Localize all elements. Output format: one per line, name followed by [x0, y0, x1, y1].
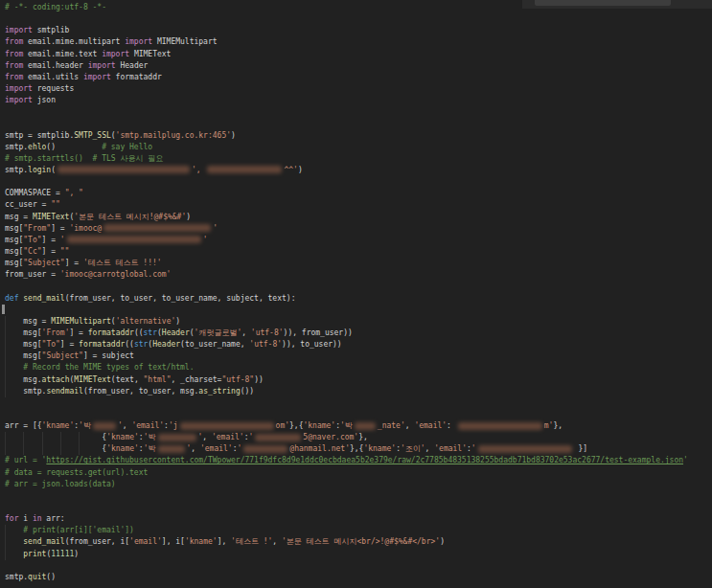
code-line: smtp.quit(): [5, 572, 712, 583]
code-line: msg = MIMEText('본문 테스트 메시지!@#$%&#'): [5, 212, 712, 223]
redacted-text: [243, 445, 287, 453]
code-line: [5, 13, 712, 25]
code-line: COMMASPACE = ", ": [5, 188, 712, 199]
code-token: '박: [79, 421, 91, 430]
code-token: # say Hello: [102, 143, 152, 151]
redacted-text: [67, 236, 201, 243]
code-token: ],: [218, 537, 231, 546]
code-line: # url = 'https://gist.githubusercontent.…: [5, 455, 712, 466]
code-line: # arr = json.loads(data): [5, 479, 712, 490]
code-line: msg["From"] = 'imooc@': [5, 223, 712, 235]
code-token: MIMEMultipart: [51, 317, 111, 326]
code-token: # smtp.starttls() # TLS 사용시 필요: [5, 154, 163, 163]
code-token: # print(arr[i]['email']): [23, 526, 134, 534]
code-token: ,: [405, 421, 415, 430]
code-token: ((: [125, 340, 134, 349]
code-token: ], i[: [162, 537, 185, 546]
code-token: from: [5, 50, 23, 58]
code-line: import json: [5, 95, 712, 106]
code-token: ,: [191, 444, 200, 453]
code-line: [5, 281, 712, 292]
code-token: from_user =: [5, 270, 60, 279]
code-line: from email.mime.multipart import MIMEMul…: [5, 36, 712, 48]
code-token: in: [33, 514, 42, 523]
code-token: 'email': [200, 444, 233, 453]
redacted-text: [255, 434, 301, 441]
indent-guide: [5, 351, 23, 362]
code-token: 'alternative': [116, 317, 176, 326]
code-line: # print(arr[i]['email']): [5, 525, 712, 536]
code-line: [5, 397, 712, 409]
code-token: (): [46, 143, 102, 151]
code-token: 'kname': [106, 433, 139, 441]
indent-guide: [5, 374, 23, 386]
redacted-text: [158, 445, 185, 453]
code-editor-surface[interactable]: # -*- coding:utf-8 -*-import smtplibfrom…: [5, 2, 712, 588]
code-line: msg["Cc"] = "": [5, 246, 712, 258]
code-token: email.mime.multipart: [23, 37, 125, 46]
horizontal-scrollbar-thumb[interactable]: [535, 0, 671, 6]
code-token: ] =: [42, 247, 60, 256]
code-token: smtp.: [5, 166, 28, 174]
code-token: # data = requests.get(url).text: [5, 468, 148, 477]
code-token: # Record the MIME types of text/html.: [23, 363, 194, 372]
code-token: ): [298, 166, 303, 174]
code-token: arr = [{: [5, 421, 42, 430]
code-token: },{: [289, 421, 303, 430]
code-token: smtp.: [5, 573, 28, 581]
code-line: msg["To"] = '': [5, 235, 712, 246]
code-token: ): [440, 537, 445, 546]
indent-guide: [5, 328, 23, 339]
code-token: email.utils: [23, 73, 83, 81]
code-token: (to_user_name,: [180, 340, 249, 349]
code-token: ': [60, 236, 65, 244]
code-token: 'utf-8': [249, 340, 282, 349]
code-line: [5, 118, 712, 129]
code-token: '테스트 테스트 !!!': [83, 259, 162, 267]
code-token: # -*- coding:utf-8 -*-: [5, 3, 106, 11]
code-token: }]: [574, 444, 587, 453]
code-token: "Subject": [23, 259, 64, 267]
redacted-text: [180, 422, 274, 430]
indent-guide: [23, 432, 41, 443]
code-token: 'imooc@: [69, 224, 102, 233]
code-line: import requests: [5, 83, 712, 95]
code-line: [5, 409, 712, 420]
code-token: ] =: [42, 236, 60, 244]
code-token: ): [74, 550, 79, 558]
code-token: (from_user, to_user, to_user_name, subje…: [65, 294, 296, 303]
code-token: MIMEText: [74, 375, 111, 384]
code-token: msg.: [23, 375, 41, 384]
code-token: ,: [202, 433, 212, 441]
code-token: msg[: [5, 247, 23, 256]
code-token: )): [254, 375, 264, 384]
code-token: MIMEText: [129, 50, 171, 58]
code-editor-window: { "editor": { "background": "#212121", "…: [0, 0, 712, 588]
code-token: ,: [123, 421, 132, 430]
code-token: 'From': [42, 328, 70, 337]
horizontal-scrollbar-track[interactable]: [522, 0, 712, 9]
code-token: msg =: [23, 317, 51, 326]
code-token: },: [553, 421, 563, 430]
code-token: attach: [42, 375, 70, 384]
indent-guide: [5, 339, 23, 351]
code-line: smtp.ehlo() # say Hello: [5, 142, 712, 153]
indent-guide: [5, 549, 23, 560]
indent-guide: [5, 362, 23, 373]
code-token: ): [175, 317, 180, 326]
code-token: email.header: [23, 61, 87, 70]
code-line: [5, 305, 712, 316]
code-token: 'utf-8': [251, 328, 284, 337]
text-cursor: [2, 305, 5, 314]
code-token: '박: [340, 421, 353, 430]
code-token: {: [97, 433, 106, 441]
code-token: arr:: [42, 514, 65, 523]
code-token: 'kname': [363, 444, 396, 453]
code-line: msg["Subject"] = subject: [5, 351, 712, 362]
code-token: https://gist.githubusercontent.com/TWpow…: [46, 456, 683, 464]
code-token: ()): [241, 387, 254, 396]
code-token: as_string: [198, 387, 240, 396]
code-token: email.mime.text: [23, 50, 102, 58]
code-line: msg.attach(MIMEText(text, "html", _chars…: [5, 374, 712, 386]
code-token: ': [213, 224, 218, 233]
